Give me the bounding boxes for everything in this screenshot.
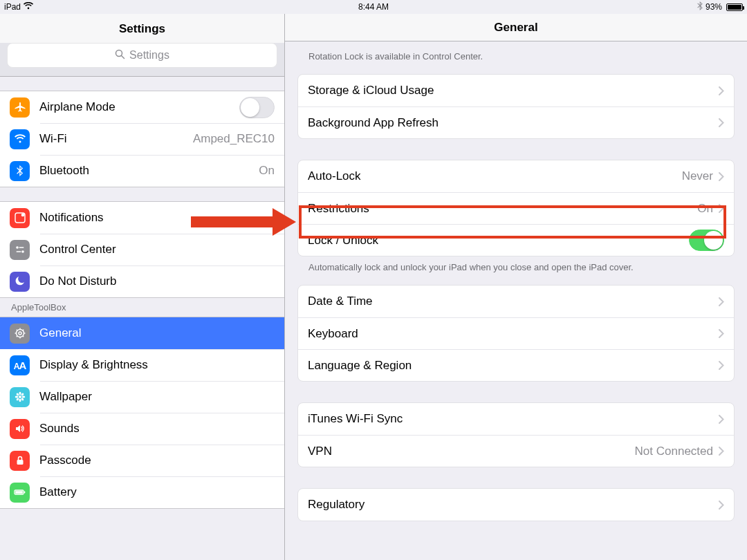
sidebar-item-wifi[interactable]: Wi-Fi Amped_REC10 [0, 123, 284, 155]
row-language-region[interactable]: Language & Region [298, 349, 734, 381]
row-storage-icloud-usage[interactable]: Storage & iCloud Usage [298, 75, 734, 106]
svg-line-16 [22, 330, 23, 330]
status-bar: iPad 8:44 AM 93% [0, 0, 747, 14]
battery-icon [726, 3, 743, 11]
search-placeholder: Settings [129, 49, 169, 62]
svg-point-6 [21, 250, 24, 253]
chevron-right-icon [719, 361, 724, 370]
airplane-mode-toggle[interactable] [239, 97, 275, 118]
group-regulatory: Regulatory [297, 488, 735, 521]
sidebar-item-battery[interactable]: Battery [0, 476, 284, 508]
wifi-network-value: Amped_REC10 [187, 132, 275, 146]
row-label: Date & Time [308, 295, 713, 308]
sidebar-item-label: Battery [39, 485, 275, 499]
row-label: Regulatory [308, 498, 713, 512]
svg-rect-7 [16, 251, 21, 252]
battery-icon [10, 483, 30, 503]
clock-label: 8:44 AM [358, 2, 389, 12]
carrier-label: iPad [4, 2, 21, 12]
row-label: Background App Refresh [308, 116, 713, 130]
airplane-icon [10, 97, 30, 118]
sidebar-item-bluetooth[interactable]: Bluetooth On [0, 155, 284, 187]
sidebar-item-wallpaper[interactable]: Wallpaper [0, 381, 284, 413]
sidebar-item-label: Wi-Fi [39, 132, 187, 146]
sidebar-item-display-brightness[interactable]: AA Display & Brightness [0, 349, 284, 381]
svg-line-14 [16, 330, 17, 330]
row-itunes-wifi-sync[interactable]: iTunes Wi-Fi Sync [298, 403, 734, 435]
sidebar-group-notifications: Notifications Control Center Do Not Dist… [0, 201, 284, 298]
bluetooth-status-value: On [253, 164, 275, 178]
bluetooth-indicator-icon [697, 1, 703, 12]
rotation-lock-note: Rotation Lock is available in Control Ce… [285, 41, 747, 74]
chevron-right-icon [719, 86, 724, 95]
search-icon [115, 49, 125, 62]
row-date-time[interactable]: Date & Time [298, 286, 734, 317]
row-label: Language & Region [308, 359, 713, 373]
sidebar-group-connectivity: Airplane Mode Wi-Fi Amped_REC10 Bluetoot… [0, 91, 284, 187]
svg-point-25 [20, 393, 24, 396]
svg-point-20 [19, 399, 21, 402]
svg-point-21 [15, 395, 18, 398]
sidebar-item-label: Passcode [39, 454, 275, 467]
sidebar-item-label: Do Not Disturb [39, 274, 275, 288]
sidebar-item-notifications[interactable]: Notifications [0, 202, 284, 234]
svg-line-15 [22, 336, 23, 337]
settings-sidebar: Settings Settings Airplane Mode [0, 14, 285, 560]
sidebar-group-device: General AA Display & Brightness Wallpape… [0, 317, 284, 509]
lock-unlock-footer: Automatically lock and unlock your iPad … [285, 256, 747, 285]
sidebar-item-label: Display & Brightness [39, 358, 275, 372]
row-label: VPN [308, 445, 629, 458]
sidebar-item-label: Airplane Mode [39, 100, 239, 114]
sidebar-item-sounds[interactable]: Sounds [0, 413, 284, 445]
svg-rect-27 [17, 460, 23, 465]
row-lock-unlock[interactable]: Lock / Unlock [298, 224, 734, 256]
sidebar-item-label: Bluetooth [39, 164, 253, 178]
sidebar-item-passcode[interactable]: Passcode [0, 445, 284, 476]
sidebar-item-control-center[interactable]: Control Center [0, 234, 284, 265]
lock-unlock-toggle[interactable] [689, 230, 724, 251]
chevron-right-icon [719, 501, 724, 510]
row-keyboard[interactable]: Keyboard [298, 317, 734, 349]
row-label: Lock / Unlock [308, 234, 689, 248]
row-label: Restrictions [308, 202, 692, 216]
speaker-icon [10, 419, 30, 439]
row-vpn[interactable]: VPN Not Connected [298, 435, 734, 467]
row-regulatory[interactable]: Regulatory [298, 489, 734, 521]
chevron-right-icon [719, 172, 724, 181]
lock-icon [10, 451, 30, 471]
bell-badge-icon [10, 208, 30, 228]
account-section-header: AppleToolBox [0, 298, 284, 317]
row-auto-lock[interactable]: Auto-Lock Never [298, 160, 734, 192]
gear-icon [10, 324, 30, 344]
chevron-right-icon [719, 447, 724, 456]
chevron-right-icon [719, 415, 724, 424]
svg-rect-30 [15, 491, 23, 494]
flower-icon [10, 387, 30, 407]
sidebar-item-label: Wallpaper [39, 390, 275, 404]
svg-line-17 [16, 336, 17, 337]
row-restrictions[interactable]: Restrictions On [298, 192, 734, 224]
aa-icon: AA [10, 355, 30, 375]
sidebar-item-general[interactable]: General [0, 317, 284, 349]
wifi-indicator-icon [24, 2, 33, 12]
search-input[interactable]: Settings [7, 43, 277, 68]
svg-point-26 [15, 398, 19, 401]
detail-pane: General Rotation Lock is available in Co… [285, 14, 747, 560]
group-locale: Date & Time Keyboard Language & Region [297, 285, 735, 382]
battery-percent-label: 93% [706, 2, 722, 12]
detail-title: General [494, 21, 537, 35]
group-storage: Storage & iCloud Usage Background App Re… [297, 74, 735, 139]
sidebar-item-airplane-mode[interactable]: Airplane Mode [0, 91, 284, 123]
sidebar-item-do-not-disturb[interactable]: Do Not Disturb [0, 265, 284, 297]
sidebar-title: Settings [0, 14, 284, 43]
sidebar-item-label: Sounds [39, 422, 275, 436]
svg-point-19 [19, 392, 21, 395]
chevron-right-icon [719, 329, 724, 338]
svg-line-1 [122, 55, 124, 58]
bluetooth-icon [10, 161, 30, 181]
restrictions-value: On [692, 202, 713, 216]
vpn-value: Not Connected [629, 445, 713, 458]
row-background-app-refresh[interactable]: Background App Refresh [298, 106, 734, 138]
moon-icon [10, 272, 30, 292]
svg-rect-5 [19, 247, 24, 248]
